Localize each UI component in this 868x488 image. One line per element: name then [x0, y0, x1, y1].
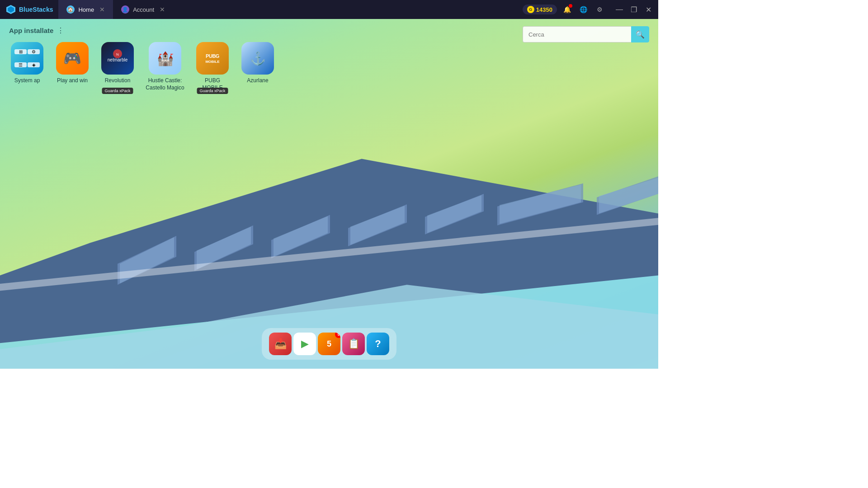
- maximize-icon: ❐: [631, 5, 637, 14]
- hustle-app-icon-graphic: 🏰: [149, 42, 181, 75]
- system-icon-cell3: ☰: [14, 62, 27, 67]
- system-icon-cell2: ⚙: [28, 49, 40, 54]
- app-icon-hustle: 🏰: [149, 42, 181, 75]
- world-button[interactable]: 🌐: [577, 3, 590, 16]
- minimize-icon: —: [616, 5, 623, 14]
- dock-item-notes[interactable]: 📋: [342, 333, 365, 355]
- tab-account-close[interactable]: ✕: [160, 6, 165, 13]
- app-item-revolution[interactable]: netmarble N Revolution Guarda xPack: [99, 42, 136, 91]
- app-item-pubg[interactable]: PUBG MOBILE PUBG MOBILE Guarda xPack: [194, 42, 231, 91]
- pubg-text: PUBG: [206, 53, 219, 59]
- titlebar: BlueStacks 🏠 Home ✕ 👤 Account ✕ G 14350 …: [0, 0, 658, 19]
- logo-text: BlueStacks: [19, 6, 53, 13]
- app-label-azurlane: Azurlane: [247, 77, 268, 84]
- app-icon-pubg: PUBG MOBILE: [196, 42, 229, 75]
- apps-grid: ⊞ ⚙ ☰ ◈ System ap 🎮 Play and win: [9, 42, 276, 91]
- app-badge-revolution: Guarda xPack: [102, 88, 133, 94]
- section-title: App installate: [9, 27, 53, 34]
- search-input[interactable]: [523, 26, 631, 42]
- tab-home-close[interactable]: ✕: [99, 6, 105, 13]
- svg-text:N: N: [116, 52, 119, 56]
- app-label-hustle: Hustle Castle: Castello Magico: [145, 77, 185, 91]
- tab-account-label: Account: [133, 6, 154, 13]
- dock-item-badge5[interactable]: 5 5: [318, 333, 340, 355]
- close-button[interactable]: ✕: [642, 3, 655, 16]
- pubg-sub: MOBILE: [205, 60, 219, 64]
- app-item-system[interactable]: ⊞ ⚙ ☰ ◈ System ap: [9, 42, 45, 91]
- dock: 📥 ▶ 5 5 📋 ?: [262, 328, 396, 360]
- home-tab-icon: 🏠: [66, 5, 75, 14]
- search-button[interactable]: 🔍: [631, 26, 649, 42]
- close-icon: ✕: [646, 5, 651, 14]
- section-menu-icon[interactable]: ⋮: [57, 26, 64, 35]
- tab-home-label: Home: [78, 6, 94, 13]
- app-item-playnwin[interactable]: 🎮 Play and win: [54, 42, 90, 91]
- azurlane-app-icon-graphic: ⚓: [241, 42, 274, 75]
- system-app-icon-graphic: ⊞ ⚙ ☰ ◈: [11, 42, 43, 75]
- app-label-playnwin: Play and win: [57, 77, 88, 84]
- app-icon-revolution: netmarble N: [101, 42, 134, 75]
- tab-account[interactable]: 👤 Account ✕: [113, 0, 173, 19]
- notification-dot: [569, 4, 572, 8]
- app-item-azurlane[interactable]: ⚓ Azurlane: [240, 42, 276, 91]
- download-icon: 📥: [274, 338, 287, 350]
- badge5-notification: 5: [335, 333, 340, 338]
- app-section: App installate ⋮ ⊞ ⚙ ☰ ◈ System ap: [0, 19, 285, 99]
- coin-area: G 14350: [523, 5, 557, 14]
- system-icon-cell4: ◈: [28, 62, 40, 67]
- main-background: App installate ⋮ ⊞ ⚙ ☰ ◈ System ap: [0, 19, 658, 369]
- titlebar-right: G 14350 🔔 🌐 ⚙ — ❐ ✕: [523, 3, 658, 16]
- app-icon-system: ⊞ ⚙ ☰ ◈: [11, 42, 43, 75]
- notification-button[interactable]: 🔔: [561, 3, 573, 16]
- playnwin-app-icon-graphic: 🎮: [56, 42, 89, 75]
- search-icon: 🔍: [636, 30, 645, 39]
- netmarble-svg: netmarble N: [106, 47, 129, 70]
- app-label-revolution: Revolution: [105, 77, 131, 84]
- maximize-button[interactable]: ❐: [627, 3, 640, 16]
- dock-item-playstore[interactable]: ▶: [293, 333, 316, 355]
- notes-icon: 📋: [348, 338, 360, 350]
- window-controls: — ❐ ✕: [613, 3, 655, 16]
- account-tab-icon: 👤: [121, 5, 129, 14]
- system-icon-cell1: ⊞: [14, 49, 27, 54]
- badge5-icon: 5: [327, 339, 331, 349]
- bluestacks-logo-icon: [5, 4, 16, 15]
- tab-home[interactable]: 🏠 Home ✕: [58, 0, 113, 19]
- logo-area: BlueStacks: [0, 4, 58, 15]
- app-badge-pubg: Guarda xPack: [197, 88, 228, 94]
- app-icon-azurlane: ⚓: [241, 42, 274, 75]
- dock-item-download[interactable]: 📥: [269, 333, 292, 355]
- world-icon: 🌐: [580, 6, 587, 13]
- coin-value: 14350: [536, 6, 552, 13]
- minimize-button[interactable]: —: [613, 3, 626, 16]
- app-label-system: System ap: [14, 77, 40, 84]
- help-icon: ?: [375, 338, 381, 350]
- app-item-hustle[interactable]: 🏰 Hustle Castle: Castello Magico: [145, 42, 185, 91]
- gear-icon: ⚙: [597, 6, 603, 13]
- coin-icon: G: [527, 6, 534, 13]
- settings-button[interactable]: ⚙: [593, 3, 606, 16]
- search-area: 🔍: [523, 26, 649, 42]
- playstore-icon: ▶: [301, 338, 309, 350]
- section-header: App installate ⋮: [9, 26, 276, 35]
- app-icon-playnwin: 🎮: [56, 42, 89, 75]
- pubg-app-icon-graphic: PUBG MOBILE: [196, 42, 229, 75]
- dock-item-help[interactable]: ?: [367, 333, 389, 355]
- revolution-app-icon-graphic: netmarble N: [101, 42, 134, 75]
